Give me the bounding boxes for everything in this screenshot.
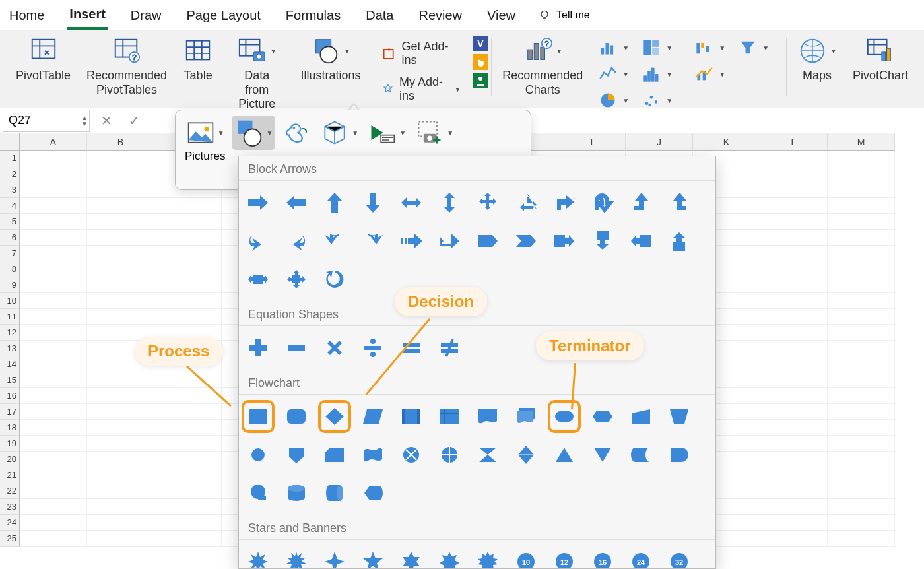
cell[interactable] — [760, 325, 828, 341]
flowchart-multidocument[interactable] — [513, 404, 539, 429]
cell[interactable] — [828, 388, 895, 404]
flowchart-extract[interactable] — [552, 442, 577, 467]
flowchart-direct-access[interactable] — [322, 481, 347, 506]
get-addins-button[interactable]: Get Add-ins — [382, 40, 461, 67]
arrow-curved-left[interactable] — [284, 228, 309, 253]
tab-home[interactable]: Home — [7, 3, 47, 28]
cell[interactable] — [20, 388, 87, 404]
arrow-callout-up[interactable] — [667, 228, 692, 253]
cell[interactable] — [20, 420, 87, 436]
cell[interactable] — [760, 372, 828, 388]
flowchart-sequential-access[interactable] — [246, 481, 271, 506]
cell[interactable] — [20, 230, 87, 246]
cell[interactable] — [87, 261, 154, 277]
row-header[interactable]: 7 — [0, 246, 20, 261]
row-header[interactable]: 10 — [0, 293, 20, 309]
people-graph-icon[interactable] — [473, 73, 488, 88]
cell[interactable] — [760, 452, 828, 467]
arrow-quad[interactable] — [475, 190, 500, 215]
flowchart-punched-tape[interactable] — [360, 442, 385, 467]
cell[interactable] — [760, 182, 828, 198]
column-header[interactable]: I — [558, 133, 626, 151]
cell[interactable] — [87, 531, 154, 547]
cell[interactable] — [154, 483, 222, 499]
flowchart-alternate-process[interactable] — [284, 404, 309, 429]
row-header[interactable]: 6 — [0, 230, 20, 246]
pivottable-button[interactable]: PivotTable — [16, 36, 71, 83]
row-header[interactable]: 25 — [0, 531, 20, 547]
row-header[interactable]: 13 — [0, 341, 20, 356]
cell[interactable] — [20, 467, 87, 483]
cell[interactable] — [154, 309, 222, 325]
cell[interactable] — [20, 356, 87, 372]
cell[interactable] — [87, 420, 154, 436]
row-header[interactable]: 15 — [0, 372, 20, 388]
cell[interactable] — [87, 388, 154, 404]
arrow-left-right-up[interactable] — [513, 190, 539, 215]
arrow-curved-up[interactable] — [322, 228, 347, 253]
flowchart-merge[interactable] — [590, 442, 615, 467]
flowchart-sort[interactable] — [513, 442, 539, 467]
cell[interactable] — [20, 214, 87, 230]
cell[interactable] — [20, 198, 87, 214]
cell[interactable] — [828, 531, 895, 547]
divide-shape[interactable] — [360, 335, 385, 360]
cell[interactable] — [87, 246, 154, 261]
cell[interactable] — [828, 325, 895, 341]
row-header[interactable]: 11 — [0, 309, 20, 325]
cell[interactable] — [154, 214, 222, 230]
arrow-bent-up[interactable] — [667, 190, 692, 215]
icons-button[interactable] — [279, 116, 314, 150]
star-6[interactable] — [399, 549, 424, 569]
cell[interactable] — [20, 246, 87, 261]
flowchart-display[interactable] — [360, 481, 385, 506]
star-8[interactable] — [475, 549, 500, 569]
cell[interactable] — [87, 293, 154, 309]
cell[interactable] — [20, 483, 87, 499]
cell[interactable] — [760, 277, 828, 293]
cell[interactable] — [760, 420, 828, 436]
cell[interactable] — [760, 356, 828, 372]
cell[interactable] — [20, 166, 87, 182]
tab-page-layout[interactable]: Page Layout — [184, 3, 263, 28]
explosion-1[interactable] — [246, 549, 271, 569]
arrow-bent[interactable] — [552, 190, 577, 215]
arrow-notched-right[interactable] — [437, 228, 462, 253]
my-addins-button[interactable]: My Add-ins ▼ — [382, 75, 461, 103]
arrow-callout-left[interactable] — [628, 228, 653, 253]
cell[interactable] — [760, 467, 828, 483]
cell[interactable] — [154, 467, 222, 483]
cell[interactable] — [20, 309, 87, 325]
cell[interactable] — [760, 293, 828, 309]
flowchart-collate[interactable] — [475, 442, 500, 467]
cell[interactable] — [760, 198, 828, 214]
cell[interactable] — [760, 515, 828, 531]
row-header[interactable]: 8 — [0, 261, 20, 277]
row-header[interactable]: 9 — [0, 277, 20, 293]
row-header[interactable]: 1 — [0, 151, 20, 166]
cell[interactable] — [154, 372, 222, 388]
cell[interactable] — [87, 372, 154, 388]
illustrations-button[interactable]: ▼ Illustrations — [300, 36, 360, 83]
row-header[interactable]: 19 — [0, 436, 20, 452]
column-header[interactable]: K — [693, 133, 760, 151]
cell[interactable] — [154, 404, 222, 420]
cell[interactable] — [760, 214, 828, 230]
hierarchy-chart-button[interactable]: ▼ — [642, 36, 679, 59]
cell[interactable] — [828, 293, 895, 309]
cell[interactable] — [760, 483, 828, 499]
tab-data[interactable]: Data — [363, 3, 396, 28]
star-32[interactable]: 32 — [667, 549, 692, 569]
line-chart-button[interactable]: ▼ — [599, 62, 636, 86]
cell[interactable] — [828, 246, 895, 261]
cell[interactable] — [87, 309, 154, 325]
smartart-button[interactable]: ▼ — [365, 116, 409, 150]
cell[interactable] — [828, 230, 895, 246]
flowchart-stored-data[interactable] — [628, 442, 653, 467]
cell[interactable] — [87, 452, 154, 467]
arrow-uturn-right[interactable] — [590, 190, 615, 215]
row-header[interactable]: 23 — [0, 499, 20, 515]
name-box[interactable]: Q27 ▲▼ — [3, 110, 90, 132]
pie-chart-button[interactable]: ▼ — [599, 88, 636, 112]
multiply-shape[interactable] — [322, 335, 347, 360]
